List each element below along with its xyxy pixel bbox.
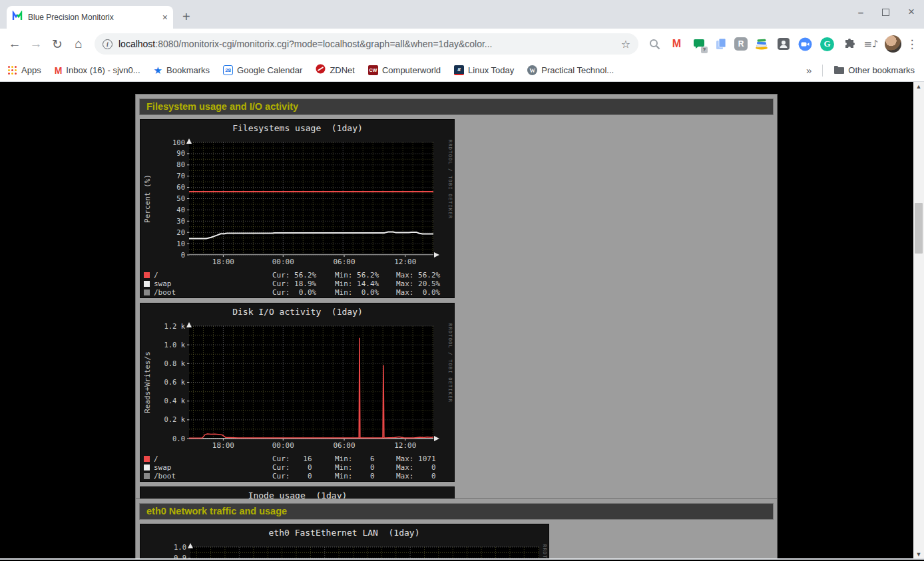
voice-extension-icon[interactable]: ? [690,36,707,53]
svg-text:18:00: 18:00 [212,441,234,450]
svg-text:70: 70 [176,172,185,180]
books-extension-icon[interactable] [753,36,770,53]
tab-strip: Blue Precision Monitorix × + – × [0,0,924,29]
svg-text:RRDTOOL / TOBI OETIKER: RRDTOOL / TOBI OETIKER [447,323,453,403]
other-bookmarks[interactable]: Other bookmarks [833,65,915,77]
legend-row: /Cur: 16Min: 6Max: 1071 [140,455,454,463]
bookmark-zdnet[interactable]: ZDNet [316,64,355,77]
browser-toolbar: ← → ↻ ⌂ i localhost:8080/monitorix-cgi/m… [0,29,924,59]
zoom-camera-extension-icon[interactable] [797,36,813,53]
window-maximize-button[interactable] [882,9,889,16]
svg-text:30: 30 [176,217,185,225]
search-extension-icon[interactable] [646,36,663,53]
forward-button[interactable]: → [27,37,45,51]
window-bottom-frame [0,558,924,560]
bookmark-bookmarks[interactable]: ★ Bookmarks [154,65,210,77]
svg-text:100: 100 [172,138,185,146]
svg-text:0.0: 0.0 [172,435,185,443]
back-button[interactable]: ← [5,37,24,51]
bookmark-practical-technology[interactable]: W Practical Technol... [527,65,614,75]
svg-text:18:00: 18:00 [212,258,234,266]
svg-text:1.2 k: 1.2 k [164,322,185,330]
chrome-menu-icon[interactable]: ⋮ [905,37,919,51]
chart-filesystems-usage[interactable]: 100908070605040302010018:0000:0006:0012:… [140,119,455,298]
chart-legend: /Cur: 56.2%Min: 56.2%Max: 56.2%swapCur: … [140,271,454,297]
svg-text:0.2 k: 0.2 k [164,415,185,423]
bookmark-star-icon[interactable]: ☆ [621,38,630,51]
url-bar[interactable]: i localhost:8080/monitorix-cgi/monitorix… [95,33,638,55]
gmail-extension-icon[interactable]: M [668,36,685,53]
window-minimize-button[interactable]: – [858,7,863,18]
bookmarks-overflow-chevron[interactable]: » [806,65,811,76]
chart-disk-io-activity[interactable]: 1.2 k1.0 k0.8 k0.6 k0.4 k0.2 k0.018:0000… [140,303,455,482]
question-badge: ? [701,47,708,53]
svg-text:Disk I/O activity (1day): Disk I/O activity (1day) [232,307,363,317]
star-icon: ★ [154,65,162,77]
svg-text:00:00: 00:00 [272,441,294,450]
legend-row: swapCur: 0Min: 0Max: 0 [140,463,454,472]
svg-text:40: 40 [176,206,185,214]
extensions-puzzle-icon[interactable] [841,36,857,53]
playlist-icon[interactable]: ≡♪ [863,36,879,53]
bookmark-inbox[interactable]: M Inbox (16) - sjvn0... [55,65,140,76]
page-info-icon[interactable]: i [103,39,113,49]
chart-legend: /Cur: 16Min: 6Max: 1071swapCur: 0Min: 0M… [140,455,454,480]
gmail-icon: M [55,65,63,76]
browser-tab[interactable]: Blue Precision Monitorix × [7,6,173,29]
copy-extension-icon[interactable] [712,36,729,53]
svg-text:RRDTOOL / TOBI OETIKER: RRDTOOL / TOBI OETIKER [542,544,547,560]
legend-row: /Cur: 56.2%Min: 56.2%Max: 56.2% [140,271,454,280]
grammarly-extension-icon[interactable]: G [819,36,835,53]
zdnet-icon [316,64,326,77]
svg-text:1.0: 1.0 [174,543,186,551]
apps-shortcut[interactable]: Apps [8,65,41,75]
section-filesystem: Filesystem usage and I/O activity 100908… [135,94,778,560]
svg-text:eth0 FastEthernet LAN (1day): eth0 FastEthernet LAN (1day) [269,528,420,538]
svg-text:0.6 k: 0.6 k [164,378,185,386]
svg-text:60: 60 [176,183,185,191]
bookmark-google-calendar[interactable]: 28 Google Calendar [223,65,302,75]
vertical-scrollbar[interactable]: ▲ ▼ [913,82,924,560]
chart-eth0-lan[interactable]: 1.00.918:0000:0006:0012:00eth0 FastEther… [140,524,549,560]
calendar-icon: 28 [223,65,233,75]
persona-extension-icon[interactable] [775,36,792,53]
bookmark-linux-today[interactable]: lt Linux Today [454,65,514,75]
bookmarks-bar: Apps M Inbox (16) - sjvn0... ★ Bookmarks… [0,59,924,82]
r-extension-icon[interactable]: R [734,37,748,51]
apps-grid-icon [8,66,17,75]
svg-text:00:00: 00:00 [272,258,294,266]
section-header-filesystem: Filesystem usage and I/O activity [139,98,774,115]
svg-text:10: 10 [176,240,185,248]
svg-text:90: 90 [176,149,185,157]
folder-icon [833,65,844,77]
reload-button[interactable]: ↻ [48,37,67,52]
tab-close-icon[interactable]: × [162,12,168,23]
legend-row: /bootCur: 0.0%Min: 0.0%Max: 0.0% [140,288,454,297]
svg-text:06:00: 06:00 [333,258,355,266]
profile-avatar[interactable] [885,36,901,53]
svg-text:RRDTOOL / TOBI OETIKER: RRDTOOL / TOBI OETIKER [447,140,453,219]
svg-text:1.0 k: 1.0 k [164,341,185,349]
url-path: :8080/monitorix-cgi/monitorix.cgi?mode=l… [155,39,492,49]
svg-text:06:00: 06:00 [333,441,355,450]
scrollbar-thumb[interactable] [915,203,923,254]
wordpress-icon: W [527,65,537,75]
new-tab-button[interactable]: + [182,9,190,25]
svg-text:12:00: 12:00 [394,258,416,266]
home-button[interactable]: ⌂ [69,37,88,51]
window-close-button[interactable]: × [908,5,915,19]
svg-text:50: 50 [176,194,185,202]
svg-text:Filesystems usage (1day): Filesystems usage (1day) [232,123,363,133]
linux-today-icon: lt [454,65,464,75]
bookmark-computerworld[interactable]: CW Computerworld [368,65,441,75]
tab-title: Blue Precision Monitorix [28,13,157,22]
scrollbar-up-arrow[interactable]: ▲ [913,82,924,92]
svg-text:0: 0 [181,251,185,259]
svg-text:0.8 k: 0.8 k [164,359,185,367]
legend-row: swapCur: 18.9%Min: 14.4%Max: 20.5% [140,280,454,288]
svg-text:80: 80 [176,160,185,168]
svg-text:Reads+Writes/s: Reads+Writes/s [143,351,152,413]
url-text[interactable]: localhost:8080/monitorix-cgi/monitorix.c… [118,39,616,49]
monitorix-page: Filesystem usage and I/O activity 100908… [0,82,924,560]
section-eth0-network: eth0 Network traffic and usage 1.00.918:… [135,498,778,560]
